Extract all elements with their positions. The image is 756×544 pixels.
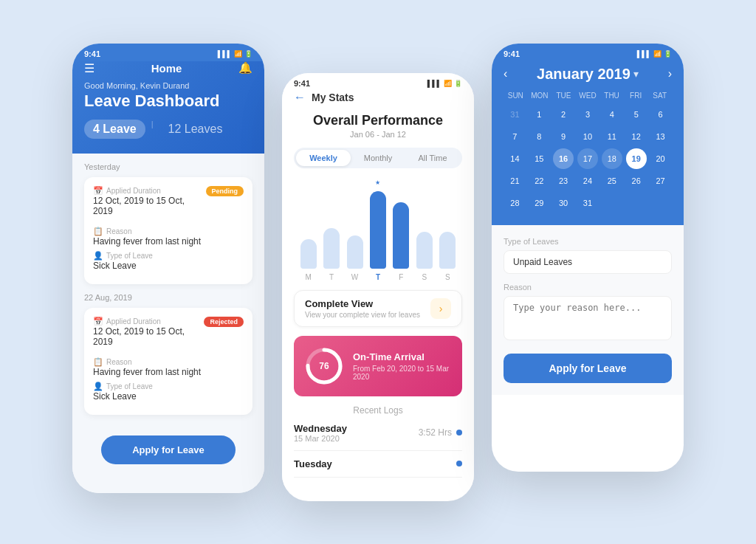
lbl-f: F [393,273,409,281]
reason-textarea[interactable] [504,296,672,340]
cal-day-9[interactable]: 9 [553,126,574,147]
log-dot-2 [456,461,462,466]
cal-day-10[interactable]: 10 [577,126,598,147]
applied-value-1: 12 Oct, 2019 to 15 Oct, 2019 [93,196,206,216]
type-row-2: 👤 Type of Leave Sick Leave [93,382,244,402]
leave-form: Type of Leaves Unpaid Leaves Sick Leave … [492,225,684,395]
cal-day-18[interactable]: 18 [602,148,622,169]
tab-leave-4[interactable]: 4 Leave [84,120,145,139]
log-left-2: Tuesday [294,458,332,469]
applied-value-2: 12 Oct, 2019 to 15 Oct, 2019 [93,326,204,347]
cv-sub: View your complete view for leaves [305,311,420,319]
cal-day-24[interactable]: 24 [577,171,598,191]
dashboard-title: Leave Dashboard [84,92,252,111]
section-yesterday: Yesterday [84,162,252,171]
log-right-2 [456,461,462,466]
cal-day-19[interactable]: 19 [626,148,647,169]
cal-day-12[interactable]: 12 [626,126,647,147]
reason-row-2: 📋 Reason Having fever from last night [93,357,244,377]
apply-for-leave-button[interactable]: Apply for Leave [101,435,236,464]
type-value-2: Sick Leave [93,391,244,402]
wd-mon: MON [528,92,552,100]
reason-icon-2: 📋 [93,357,103,367]
cal-day-31-prev[interactable]: 31 [504,104,525,125]
signal-icons-3: ▌▌▌ 📶 🔋 [637,50,672,58]
cal-day-28[interactable]: 28 [504,193,525,213]
bell-icon[interactable]: 🔔 [238,61,252,75]
cv-arrow[interactable]: › [430,298,451,319]
cal-day-17[interactable]: 17 [577,148,598,169]
cal-day-25[interactable]: 25 [602,171,622,191]
cal-day-5[interactable]: 5 [626,104,647,125]
log-left-1: Wednesday 15 Mar 2020 [294,423,347,443]
lbl-t1: T [323,273,340,281]
card-header-2: 📅 Applied Duration 12 Oct, 2019 to 15 Oc… [93,317,244,351]
back-nav[interactable]: ← My Stats [294,91,462,104]
cal-next-arrow[interactable]: › [668,67,672,80]
cal-chevron-icon[interactable]: ▾ [633,68,639,80]
cal-day-7[interactable]: 7 [504,126,525,147]
cal-day-29[interactable]: 29 [529,193,549,213]
time-tabs: Weekly Monthly All Time [294,148,462,168]
tab-monthly[interactable]: Monthly [351,150,405,166]
cal-day-16[interactable]: 16 [553,148,574,169]
cal-day-2[interactable]: 2 [553,104,574,125]
signal-icon: ▌▌▌ [218,50,232,58]
dashboard-content: Yesterday 📅 Applied Duration 12 Oct, 201… [72,154,264,493]
cal-day-1[interactable]: 1 [529,104,549,125]
cal-day-11[interactable]: 11 [602,126,622,147]
cal-day-31[interactable]: 31 [577,193,598,213]
type-select[interactable]: Unpaid Leaves Sick Leave Casual Leave An… [504,250,672,274]
cal-day-27[interactable]: 27 [650,171,671,191]
cal-day-13[interactable]: 13 [650,126,671,147]
lbl-w: W [347,273,363,281]
tab-alltime[interactable]: All Time [405,150,460,166]
apply-leave-button[interactable]: Apply for Leave [504,354,672,383]
back-arrow[interactable]: ← [294,91,306,104]
circle-progress: 76 [304,346,344,386]
status-bar-3: 9:41 ▌▌▌ 📶 🔋 [492,44,684,61]
cal-day-23[interactable]: 23 [553,171,574,191]
time-2: 9:41 [294,79,310,88]
nav-title: Home [151,62,182,75]
cal-day-26[interactable]: 26 [626,171,647,191]
reason-label: Reason [504,283,672,292]
cal-day-21[interactable]: 21 [504,171,525,191]
cal-day-22[interactable]: 22 [529,171,549,191]
cal-day-4[interactable]: 4 [602,104,622,125]
tab-leave-12[interactable]: 12 Leaves [159,120,232,139]
cal-day-15[interactable]: 15 [529,148,549,169]
bar-t1-col [323,228,340,269]
bar-m-col [300,239,317,269]
battery-icon-2: 🔋 [454,80,462,87]
bar-w [347,235,363,269]
status-badge-rejected: Rejected [204,317,244,327]
recent-logs-title: Recent Logs [294,405,462,416]
cal-day-3[interactable]: 3 [577,104,598,125]
perf-title: Overall Performance [294,113,462,128]
cv-text: Complete View View your complete view fo… [305,298,420,319]
signal-icons-1: ▌▌▌ 📶 🔋 [218,50,252,58]
tab-weekly[interactable]: Weekly [296,150,351,166]
cal-prev-arrow[interactable]: ‹ [504,67,507,80]
lbl-t2: T [370,273,386,281]
stats-content: Overall Performance Jan 06 - Jan 12 Week… [282,113,474,489]
stats-header: ← My Stats [282,91,474,113]
ontime-title: On-Time Arrival [353,351,452,362]
cal-day-14[interactable]: 14 [504,148,525,169]
type-label: Type of Leaves [504,237,672,246]
menu-icon[interactable]: ☰ [84,61,94,75]
cal-day-6[interactable]: 6 [650,104,671,125]
percent-text: 76 [319,361,329,371]
leave-tabs: 4 Leave | 12 Leaves [84,120,252,139]
complete-view-card[interactable]: Complete View View your complete view fo… [294,290,462,327]
perf-date: Jan 06 - Jan 12 [294,130,462,139]
cal-month-title-wrap: January 2019 ▾ [537,66,639,83]
greeting: Good Morning, Kevin Durand [84,81,252,90]
bar-t2-col [370,191,386,269]
cal-day-20[interactable]: 20 [650,148,671,169]
cal-day-30[interactable]: 30 [553,193,574,213]
log-item-2: Tuesday [294,458,462,478]
wd-fri: FRI [624,92,648,100]
cal-day-8[interactable]: 8 [529,126,549,147]
